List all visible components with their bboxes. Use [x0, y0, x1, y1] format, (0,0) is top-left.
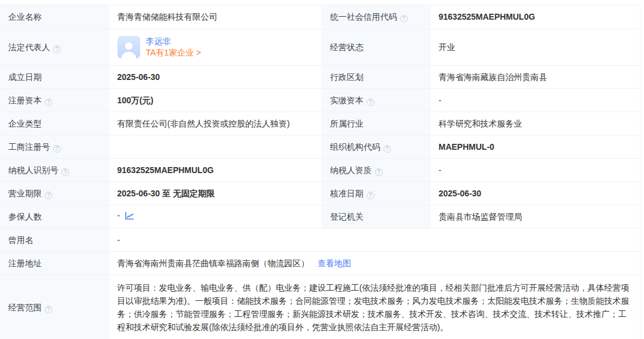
help-icon[interactable] — [53, 45, 61, 53]
reg-address-value: 青海省海南州贵南县茫曲镇幸福路南侧（物流园区） — [117, 258, 309, 268]
reg-capital-value: 100万(元) — [109, 89, 321, 112]
trend-chart-icon[interactable] — [125, 211, 134, 223]
business-term-value: 2025-06-30 至 无固定期限 — [109, 182, 321, 205]
legal-rep-cell: 李远非 TA有1家企业 > — [109, 29, 321, 66]
table-row: 营业期限 2025-06-30 至 无固定期限 核准日期 2025-06-30 — [0, 182, 640, 205]
view-map-link[interactable]: 查看地图 — [318, 258, 351, 268]
legal-rep-label: 法定代表人 — [0, 29, 109, 66]
table-row: 工商注册号 组织机构代码 MAEPHMUL-0 — [0, 135, 640, 159]
taxpayer-id-value: 91632525MAEPHMUL0G — [109, 159, 321, 182]
legal-rep-companies-link[interactable]: TA有1家企业 > — [146, 47, 202, 58]
person-icon — [119, 39, 139, 58]
help-icon[interactable] — [53, 145, 61, 153]
status-label: 经营状态 — [321, 29, 430, 66]
business-scope-value: 许可项目：发电业务、输电业务、供（配）电业务；建设工程施工(依法须经批准的项目，… — [109, 275, 640, 339]
company-name-value: 青海青储储能科技有限公司 — [109, 5, 321, 29]
business-scope-label: 经营范围 — [0, 275, 109, 339]
paid-capital-value: - — [430, 89, 640, 112]
insured-count-label: 参保人数 — [0, 205, 109, 229]
avatar[interactable] — [117, 36, 140, 58]
help-icon[interactable] — [45, 98, 52, 106]
insured-count-value: - — [117, 211, 120, 220]
establish-date-label: 成立日期 — [0, 66, 109, 89]
help-icon[interactable] — [45, 306, 52, 313]
industry-value: 科学研究和技术服务业 — [430, 112, 640, 135]
company-info-table: 企业名称 青海青储储能科技有限公司 统一社会信用代码 91632525MAEPH… — [0, 5, 640, 339]
help-icon[interactable] — [367, 98, 374, 106]
reg-capital-label: 注册资本 — [0, 89, 109, 112]
credit-code-label: 统一社会信用代码 — [321, 5, 430, 29]
legal-rep-name-link[interactable]: 李远非 — [146, 36, 202, 47]
reg-address-label: 注册地址 — [0, 252, 109, 275]
taxpayer-qualification-value: - — [430, 159, 640, 182]
credit-code-value: 91632525MAEPHMUL0G — [430, 5, 640, 29]
business-term-label: 营业期限 — [0, 182, 109, 205]
company-name-label: 企业名称 — [0, 5, 109, 29]
table-row: 曾用名 - — [0, 229, 640, 252]
registry-authority-value: 贵南县市场监督管理局 — [430, 205, 640, 229]
taxpayer-qualification-label: 纳税人资质 — [321, 159, 430, 182]
former-name-value: - — [109, 229, 640, 252]
table-row: 企业类型 有限责任公司(非自然人投资或控股的法人独资) 所属行业 科学研究和技术… — [0, 112, 640, 135]
establish-date-value: 2025-06-30 — [109, 66, 321, 89]
help-icon[interactable] — [367, 192, 374, 199]
table-row: 经营范围 许可项目：发电业务、输电业务、供（配）电业务；建设工程施工(依法须经批… — [0, 275, 640, 339]
org-code-label: 组织机构代码 — [321, 135, 430, 159]
table-row: 企业名称 青海青储储能科技有限公司 统一社会信用代码 91632525MAEPH… — [0, 5, 640, 29]
insured-count-cell: - — [109, 205, 321, 229]
help-icon[interactable] — [45, 192, 52, 199]
taxpayer-id-label: 纳税人识别号 — [0, 159, 109, 182]
table-row: 成立日期 2025-06-30 行政区划 青海省海南藏族自治州贵南县 — [0, 66, 640, 89]
table-row: 注册资本 100万(元) 实缴资本 - — [0, 89, 640, 112]
table-row: 参保人数 - 登记机关 贵南县市场监督管理局 — [0, 205, 640, 229]
reg-number-label: 工商注册号 — [0, 135, 109, 159]
help-icon[interactable] — [61, 168, 69, 176]
help-icon[interactable] — [375, 168, 383, 176]
status-value: 开业 — [430, 29, 640, 66]
paid-capital-label: 实缴资本 — [321, 89, 430, 112]
industry-label: 所属行业 — [321, 112, 430, 135]
admin-division-label: 行政区划 — [321, 66, 430, 89]
table-row: 法定代表人 李远非 TA有1家企业 > 经营状态 开业 — [0, 29, 640, 66]
admin-division-value: 青海省海南藏族自治州贵南县 — [430, 66, 640, 89]
registry-authority-label: 登记机关 — [321, 205, 430, 229]
former-name-label: 曾用名 — [0, 229, 109, 252]
approval-date-value: 2025-06-30 — [430, 182, 640, 205]
approval-date-label: 核准日期 — [321, 182, 430, 205]
reg-number-value — [109, 135, 321, 159]
reg-address-cell: 青海省海南州贵南县茫曲镇幸福路南侧（物流园区）查看地图 — [109, 252, 640, 275]
org-code-value: MAEPHMUL-0 — [430, 135, 640, 159]
company-type-value: 有限责任公司(非自然人投资或控股的法人独资) — [109, 112, 321, 135]
table-row: 注册地址 青海省海南州贵南县茫曲镇幸福路南侧（物流园区）查看地图 — [0, 252, 640, 275]
help-icon[interactable] — [383, 145, 391, 153]
company-type-label: 企业类型 — [0, 112, 109, 135]
help-icon[interactable] — [400, 15, 408, 23]
table-row: 纳税人识别号 91632525MAEPHMUL0G 纳税人资质 - — [0, 159, 640, 182]
